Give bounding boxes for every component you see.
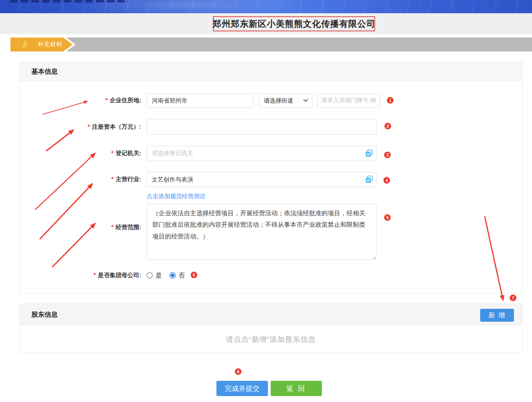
annotation-marker-4: 4 [383, 177, 390, 184]
submit-button[interactable]: 完成并提交 [216, 381, 268, 396]
chevron-down-icon [303, 99, 308, 102]
basic-info-header: 基本信息 [19, 62, 522, 81]
annotation-marker-8: 8 [235, 368, 241, 375]
add-scope-terms-link[interactable]: 点击添加规范经营用语 [146, 192, 206, 201]
step-bar: 补充材料 [10, 38, 532, 51]
address-detail-input[interactable] [317, 93, 380, 108]
address-label: *企业住所地: [19, 93, 141, 108]
radio-yes[interactable] [146, 272, 153, 279]
street-select[interactable]: 请选择街道 [259, 93, 312, 108]
shareholder-title: 股东信息 [31, 310, 58, 319]
page: 郑州郑东新区小美熊熊文化传播有限公司 补充材料 基本信息 *企业住所地: 请选择… [0, 0, 532, 402]
radio-no[interactable] [169, 272, 176, 279]
required-mark: * [105, 97, 108, 104]
basic-info-title: 基本信息 [31, 67, 58, 76]
company-name-box: 郑州郑东新区小美熊熊文化传播有限公司 [213, 16, 375, 31]
capital-input[interactable] [146, 119, 376, 135]
capital-label: *注册资本（万元）: [19, 119, 141, 135]
industry-input[interactable] [146, 172, 376, 187]
annotation-marker-3: 3 [384, 152, 391, 158]
banner-text-remnant [10, 0, 125, 2]
industry-picker-icon[interactable] [365, 176, 373, 183]
shareholder-card: 股东信息 新 增 请点击“新增”添加股东信息 [19, 304, 523, 353]
annotation-marker-5: 5 [384, 214, 391, 221]
walking-person-icon [21, 40, 29, 49]
top-banner [0, 0, 532, 13]
required-mark: * [111, 150, 114, 156]
required-mark: * [111, 224, 114, 231]
annotation-marker-2: 2 [384, 123, 391, 129]
company-name: 郑州郑东新区小美熊熊文化传播有限公司 [213, 18, 375, 30]
annotation-marker-7: 7 [510, 295, 516, 301]
required-mark: * [111, 176, 114, 183]
street-select-value: 请选择街道 [264, 97, 293, 105]
add-shareholder-button[interactable]: 新 增 [480, 309, 514, 322]
shareholder-header: 股东信息 新 增 [19, 304, 522, 325]
scope-label: *经营范围: [19, 222, 141, 233]
basic-info-card: 基本信息 *企业住所地: 请选择街道 *注册资本（万元）: *登记机关: [19, 62, 523, 294]
required-mark: * [88, 123, 90, 130]
title-bar: 郑州郑东新区小美熊熊文化传播有限公司 [0, 13, 532, 34]
step-label[interactable]: 补充材料 [38, 38, 63, 51]
radio-no-label[interactable]: 否 [178, 271, 185, 280]
annotation-marker-1: 1 [387, 97, 394, 104]
authority-input[interactable] [146, 146, 376, 161]
back-button[interactable]: 返 回 [271, 381, 322, 396]
annotation-marker-6: 6 [191, 272, 197, 278]
group-parent-radio-group: 是 否 [146, 270, 190, 281]
address-region-input[interactable] [146, 93, 254, 108]
authority-label: *登记机关: [19, 146, 141, 161]
industry-label: *主营行业: [19, 172, 141, 187]
radio-yes-label[interactable]: 是 [156, 271, 162, 280]
group-parent-label: *是否集团母公司: [19, 270, 141, 281]
authority-picker-icon[interactable] [365, 150, 373, 157]
shareholder-empty-hint: 请点击“新增”添加股东信息 [19, 325, 522, 353]
required-mark: * [94, 272, 96, 279]
scope-textarea[interactable]: （企业依法自主选择经营项目，开展经营活动；依法须经批准的项目，经相关部门批准后依… [146, 204, 376, 260]
